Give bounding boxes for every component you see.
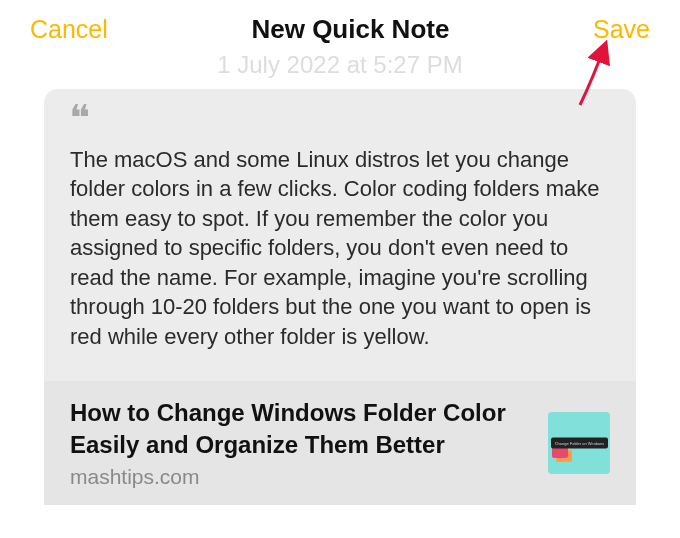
note-timestamp: 1 July 2022 at 5:27 PM (0, 51, 680, 79)
folder-icon (554, 448, 574, 464)
link-preview[interactable]: How to Change Windows Folder Color Easil… (44, 381, 636, 504)
modal-title: New Quick Note (251, 14, 449, 45)
note-content-card: ❝ The macOS and some Linux distros let y… (44, 89, 636, 505)
cancel-button[interactable]: Cancel (30, 15, 108, 44)
link-preview-title: How to Change Windows Folder Color Easil… (70, 397, 528, 460)
quote-icon: ❝ (69, 109, 90, 127)
quote-block[interactable]: ❝ The macOS and some Linux distros let y… (44, 89, 636, 381)
modal-header: Cancel New Quick Note Save (0, 0, 680, 53)
save-button[interactable]: Save (593, 15, 650, 44)
link-preview-text: How to Change Windows Folder Color Easil… (70, 397, 528, 488)
thumbnail-caption: Change Folder on Windows (551, 437, 608, 448)
link-preview-domain: mashtips.com (70, 465, 528, 489)
link-preview-thumbnail: Change Folder on Windows (548, 412, 610, 474)
quote-text: The macOS and some Linux distros let you… (70, 145, 610, 351)
